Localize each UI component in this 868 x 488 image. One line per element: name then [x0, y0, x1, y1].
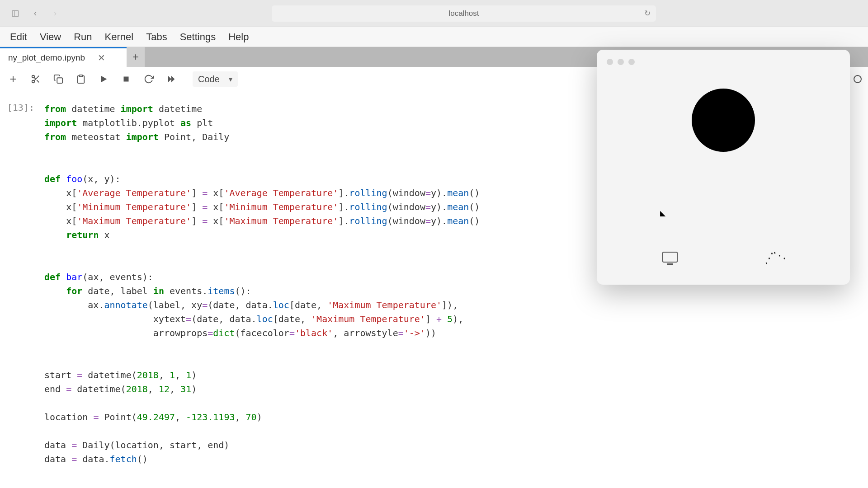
- notebook-tab[interactable]: ny_plot_demo.ipynb ✕: [0, 47, 127, 67]
- nav-forward-button[interactable]: ›: [49, 7, 61, 20]
- run-button[interactable]: [97, 72, 110, 86]
- kernel-idle-icon[interactable]: [854, 75, 862, 83]
- minimize-light-icon[interactable]: [618, 59, 624, 65]
- close-light-icon[interactable]: [607, 59, 613, 65]
- nav-back-button[interactable]: ‹: [29, 7, 42, 20]
- menu-edit[interactable]: Edit: [4, 28, 33, 47]
- cell-prompt: [13]:: [5, 102, 41, 466]
- stop-button[interactable]: [119, 72, 133, 86]
- cut-button[interactable]: [29, 72, 42, 86]
- float-controls: ⋰⋱: [597, 250, 850, 264]
- menu-bar: Edit View Run Kernel Tabs Settings Help: [0, 27, 868, 47]
- menu-kernel[interactable]: Kernel: [99, 28, 140, 47]
- menu-tabs[interactable]: Tabs: [140, 28, 173, 47]
- svg-rect-0: [12, 10, 19, 17]
- svg-line-7: [37, 80, 39, 82]
- screen-icon[interactable]: [662, 252, 678, 263]
- svg-marker-11: [101, 75, 107, 82]
- cell-type-select[interactable]: Code: [193, 71, 238, 87]
- url-bar[interactable]: localhost ↻: [272, 5, 656, 22]
- restart-button[interactable]: [142, 72, 156, 86]
- svg-marker-14: [171, 75, 175, 82]
- svg-line-8: [34, 77, 36, 79]
- cursor-icon: ◣: [660, 209, 665, 217]
- paste-button[interactable]: [74, 72, 88, 86]
- mic-off-icon[interactable]: ⋰⋱: [761, 247, 786, 266]
- menu-settings[interactable]: Settings: [174, 28, 222, 47]
- svg-rect-9: [57, 78, 62, 83]
- traffic-lights: [604, 57, 843, 70]
- add-cell-button[interactable]: [6, 72, 20, 86]
- svg-point-4: [32, 75, 35, 78]
- tab-add-button[interactable]: +: [127, 47, 145, 67]
- svg-rect-10: [79, 75, 82, 76]
- record-indicator-icon: [692, 89, 755, 152]
- floating-window[interactable]: ◣ ⋰⋱: [597, 50, 850, 285]
- menu-run[interactable]: Run: [67, 28, 98, 47]
- sidebar-toggle-icon[interactable]: [9, 7, 22, 20]
- menu-view[interactable]: View: [33, 28, 67, 47]
- svg-marker-13: [168, 75, 171, 82]
- menu-help[interactable]: Help: [222, 28, 255, 47]
- reload-icon[interactable]: ↻: [644, 9, 651, 18]
- tab-close-icon[interactable]: ✕: [96, 52, 107, 63]
- copy-button[interactable]: [52, 72, 65, 86]
- run-all-button[interactable]: [165, 72, 178, 86]
- svg-rect-12: [124, 76, 129, 81]
- url-text: localhost: [448, 9, 479, 18]
- maximize-light-icon[interactable]: [628, 59, 635, 65]
- svg-point-5: [32, 80, 35, 83]
- browser-chrome: ‹ › localhost ↻: [0, 0, 868, 27]
- tab-title: ny_plot_demo.ipynb: [8, 53, 85, 63]
